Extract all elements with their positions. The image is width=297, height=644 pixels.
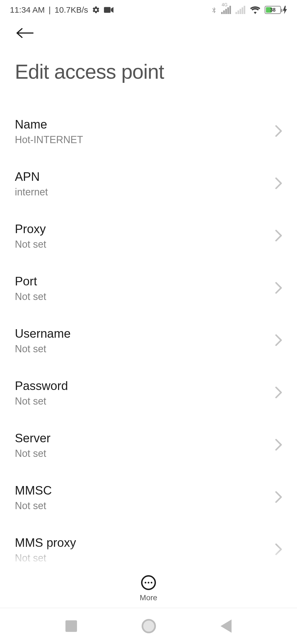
svg-rect-7 (238, 10, 239, 14)
status-left: 11:34 AM | 10.7KB/s (10, 5, 114, 15)
item-value: Not set (15, 448, 51, 459)
item-value: Not set (15, 239, 46, 250)
item-label: MMSC (15, 484, 52, 497)
svg-rect-1 (221, 12, 223, 14)
item-name[interactable]: Name Hot-INTERNET (15, 105, 282, 158)
more-button[interactable]: More (140, 575, 157, 602)
item-port[interactable]: Port Not set (15, 262, 282, 315)
svg-rect-5 (229, 6, 231, 14)
more-icon (141, 575, 156, 590)
item-mmsc[interactable]: MMSC Not set (15, 471, 282, 524)
more-label: More (140, 593, 157, 602)
battery-icon: 38 (265, 6, 287, 14)
chevron-right-icon (275, 334, 282, 347)
nav-recents-icon[interactable] (65, 620, 77, 632)
item-value: Not set (15, 343, 71, 355)
nav-back-icon[interactable] (221, 620, 232, 633)
item-value: Not set (15, 291, 46, 302)
gear-icon (92, 6, 100, 14)
signal-4g-icon: 4G (221, 6, 232, 14)
nav-home-icon[interactable] (142, 619, 156, 633)
status-bar: 11:34 AM | 10.7KB/s 4G 38 (0, 0, 297, 18)
wifi-icon (250, 6, 261, 14)
chevron-right-icon (275, 491, 282, 504)
item-username[interactable]: Username Not set (15, 315, 282, 367)
svg-rect-10 (244, 6, 245, 14)
chevron-right-icon (275, 282, 282, 295)
item-value: Not set (15, 552, 76, 564)
item-server[interactable]: Server Not set (15, 419, 282, 471)
bottom-action-bar: More (0, 567, 297, 608)
item-label: Username (15, 327, 71, 340)
system-nav-bar (0, 608, 297, 644)
svg-rect-9 (242, 7, 243, 14)
chevron-right-icon (275, 543, 282, 556)
item-value: Not set (15, 395, 68, 407)
item-value: Not set (15, 500, 52, 512)
item-label: APN (15, 170, 48, 184)
back-button[interactable] (15, 28, 282, 40)
svg-rect-4 (227, 7, 229, 14)
status-right: 4G 38 (211, 5, 287, 15)
chevron-right-icon (275, 125, 282, 138)
chevron-right-icon (275, 386, 282, 400)
camera-icon (104, 6, 114, 13)
item-apn[interactable]: APN internet (15, 158, 282, 210)
item-proxy[interactable]: Proxy Not set (15, 210, 282, 262)
item-label: Password (15, 379, 68, 393)
svg-rect-0 (104, 7, 111, 13)
svg-rect-8 (240, 9, 241, 14)
chevron-right-icon (275, 439, 282, 452)
chevron-right-icon (275, 230, 282, 243)
bluetooth-icon (211, 5, 217, 15)
status-time: 11:34 AM (10, 5, 45, 15)
item-label: Port (15, 274, 46, 288)
item-value: Hot-INTERNET (15, 134, 83, 146)
signal-nosim-icon (235, 6, 246, 14)
svg-rect-3 (225, 9, 227, 14)
chevron-right-icon (275, 177, 282, 190)
status-speed: 10.7KB/s (55, 5, 88, 15)
item-label: Server (15, 431, 51, 445)
page-title: Edit access point (0, 45, 297, 105)
item-label: Proxy (15, 222, 46, 236)
item-label: Name (15, 118, 83, 131)
item-value: internet (15, 186, 48, 198)
status-separator: | (49, 5, 51, 15)
svg-rect-2 (223, 10, 225, 14)
item-password[interactable]: Password Not set (15, 367, 282, 419)
settings-list: Name Hot-INTERNET APN internet Proxy Not… (0, 105, 297, 576)
svg-rect-6 (235, 12, 237, 14)
item-label: MMS proxy (15, 536, 76, 550)
